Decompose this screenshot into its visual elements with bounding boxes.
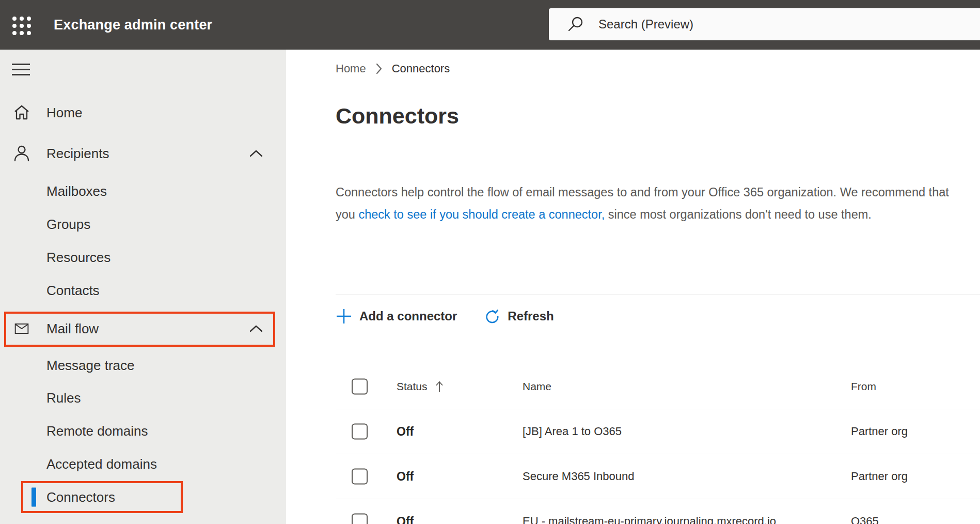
nav-collapse-button[interactable]: [12, 64, 30, 77]
sidebar-item-label: Rules: [46, 390, 81, 406]
waffle-icon: [11, 16, 32, 36]
column-header-status[interactable]: Status: [397, 380, 444, 393]
row-checkbox[interactable]: [352, 469, 368, 485]
person-icon: [13, 145, 30, 162]
cell-from: Partner org: [851, 425, 908, 438]
main-content: Home Connectors Connectors Connectors he…: [286, 50, 980, 524]
sort-ascending-icon: [435, 380, 444, 393]
breadcrumb-current: Connectors: [392, 62, 450, 75]
selection-indicator: [31, 488, 36, 507]
sidebar-item-label: Accepted domains: [46, 456, 157, 472]
cell-name: Secure M365 Inbound: [523, 470, 635, 483]
cell-from: Partner org: [851, 470, 908, 483]
refresh-button[interactable]: Refresh: [484, 308, 554, 325]
sidebar-item-label: Home: [46, 105, 82, 121]
sidebar-item-label: Connectors: [46, 489, 115, 505]
sidebar-item-accepted-domains[interactable]: Accepted domains: [0, 452, 286, 476]
breadcrumb: Home Connectors: [336, 61, 450, 76]
chevron-up-icon: [249, 149, 263, 158]
page-title: Connectors: [336, 103, 459, 129]
cell-status: Off: [397, 470, 414, 484]
sidebar-item-label: Remote domains: [46, 423, 148, 439]
cell-name: EU - mailstream-eu-primary.journaling.mx…: [523, 515, 776, 524]
cell-status: Off: [397, 515, 414, 524]
cell-from: O365: [851, 515, 879, 524]
toolbar: Add a connector Refresh: [336, 302, 581, 331]
sidebar-item-label: Groups: [46, 217, 90, 233]
sidebar-item-groups[interactable]: Groups: [0, 212, 286, 237]
description-text-after: since most organizations don't need to u…: [605, 208, 872, 221]
search-placeholder: Search (Preview): [598, 17, 693, 32]
breadcrumb-home[interactable]: Home: [336, 62, 366, 75]
sidebar-item-label: Recipients: [46, 146, 109, 162]
sidebar-item-resources[interactable]: Resources: [0, 245, 286, 270]
table-header: Status Name From: [336, 364, 980, 409]
topbar: Exchange admin center Search (Preview): [0, 0, 980, 50]
hamburger-icon: [12, 64, 30, 65]
refresh-icon: [484, 308, 500, 325]
cell-status: Off: [397, 425, 414, 439]
select-all-checkbox[interactable]: [352, 379, 368, 395]
add-connector-label: Add a connector: [359, 309, 457, 323]
row-checkbox[interactable]: [352, 424, 368, 440]
sidebar-item-label: Mailboxes: [46, 183, 107, 199]
page-description: Connectors help control the flow of emai…: [336, 181, 961, 226]
sidebar-item-label: Mail flow: [46, 321, 99, 337]
plus-icon: [336, 308, 352, 325]
sidebar-item-mailflow[interactable]: Mail flow: [0, 316, 286, 341]
create-connector-link[interactable]: check to see if you should create a conn…: [358, 208, 605, 221]
search-icon: [567, 16, 584, 33]
sidebar-item-rules[interactable]: Rules: [0, 386, 286, 410]
home-icon: [13, 104, 30, 121]
sidebar-item-label: Resources: [46, 250, 110, 266]
sidebar-item-message-trace[interactable]: Message trace: [0, 353, 286, 378]
row-checkbox[interactable]: [352, 514, 368, 524]
chevron-right-icon: [375, 63, 383, 75]
table-row[interactable]: Off Secure M365 Inbound Partner org: [336, 454, 980, 499]
sidebar-item-recipients[interactable]: Recipients: [0, 141, 286, 166]
sidebar-item-connectors[interactable]: Connectors: [0, 485, 286, 510]
sidebar-item-label: Contacts: [46, 283, 100, 299]
table-row[interactable]: Off [JB] Area 1 to O365 Partner org: [336, 409, 980, 454]
column-header-from[interactable]: From: [851, 380, 876, 393]
sidebar-item-remote-domains[interactable]: Remote domains: [0, 419, 286, 443]
exchange-admin-center-window: Exchange admin center Search (Preview) H…: [0, 0, 980, 524]
sidebar-item-home[interactable]: Home: [0, 100, 286, 125]
chevron-up-icon: [249, 325, 263, 333]
refresh-label: Refresh: [508, 309, 554, 323]
sidebar: Home Recipients Mailboxes Groups Resourc…: [0, 50, 286, 524]
sidebar-item-label: Message trace: [46, 358, 135, 374]
app-launcher-button[interactable]: [11, 16, 32, 36]
cell-name: [JB] Area 1 to O365: [523, 425, 622, 438]
search-input[interactable]: Search (Preview): [549, 8, 980, 40]
app-title: Exchange admin center: [54, 0, 212, 50]
toolbar-divider: [336, 295, 980, 295]
add-connector-button[interactable]: Add a connector: [336, 308, 457, 325]
column-header-name[interactable]: Name: [523, 380, 551, 393]
sidebar-item-mailboxes[interactable]: Mailboxes: [0, 179, 286, 204]
mail-icon: [13, 321, 30, 336]
sidebar-item-contacts[interactable]: Contacts: [0, 278, 286, 303]
table-row[interactable]: Off EU - mailstream-eu-primary.journalin…: [336, 499, 980, 524]
